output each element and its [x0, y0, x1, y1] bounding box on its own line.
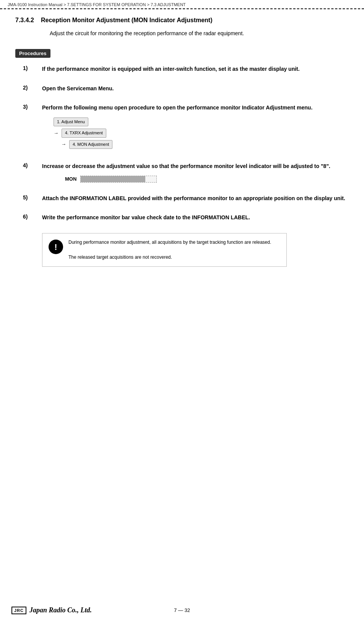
menu-chain: 1. Adjust Menu → 4. TXRX Adjustment → 4.…	[54, 117, 349, 149]
step-3-content: Perform the following menu open procedur…	[42, 103, 349, 151]
step-6-num: 6)	[23, 213, 42, 220]
section-description: Adjust the circuit for monitoring the re…	[50, 29, 349, 38]
step-2: 2) Open the Serviceman Menu.	[23, 84, 349, 93]
section-number: 7.3.4.2	[15, 17, 34, 23]
footer-logo: JRC Japan Radio Co., Ltd.	[11, 606, 92, 614]
menu-arrow-2: →	[61, 140, 66, 148]
procedures-badge: Procedures	[15, 49, 50, 58]
step-3-num: 3)	[23, 103, 42, 110]
step-2-num: 2)	[23, 84, 42, 91]
footer-logo-badge: JRC	[11, 607, 26, 614]
menu-row-3: → 4. MON Adjustment	[54, 140, 349, 149]
warning-text: During performance monitor adjustment, a…	[68, 239, 271, 261]
warning-line-1: During performance monitor adjustment, a…	[68, 239, 271, 246]
footer: JRC Japan Radio Co., Ltd. 7 — 32	[0, 607, 364, 613]
step-5-content: Attach the INFORMATION LABEL provided wi…	[42, 194, 349, 202]
step-1-content: If the performance monitor is equipped w…	[42, 65, 349, 73]
menu-btn-2: 4. TXRX Adjustment	[62, 129, 106, 138]
breadcrumb: JMA-9100 Instruction Manual > 7.SETTINGS…	[0, 0, 364, 9]
warning-box: ! During performance monitor adjustment,…	[42, 233, 287, 267]
step-5: 5) Attach the INFORMATION LABEL provided…	[23, 194, 349, 202]
mon-indicator: MON	[65, 175, 349, 183]
warning-icon: !	[49, 240, 63, 254]
step-5-num: 5)	[23, 194, 42, 201]
menu-btn-1: 1. Adjust Menu	[54, 117, 88, 127]
mon-bar-inner	[81, 176, 145, 182]
menu-row-1: 1. Adjust Menu	[54, 117, 349, 127]
step-3: 3) Perform the following menu open proce…	[23, 103, 349, 151]
step-1: 1) If the performance monitor is equippe…	[23, 65, 349, 73]
step-4: 4) Increase or decrease the adjustment v…	[23, 162, 349, 183]
menu-arrow-1: →	[54, 129, 58, 137]
steps-container: 1) If the performance monitor is equippe…	[23, 65, 349, 266]
mon-bar-outer	[80, 176, 157, 183]
section-title: 7.3.4.2Reception Monitor Adjustment (MON…	[15, 17, 349, 24]
footer-page-number: 7 — 32	[174, 607, 190, 613]
step-2-content: Open the Serviceman Menu.	[42, 84, 349, 93]
mon-label: MON	[65, 175, 76, 183]
step-4-content: Increase or decrease the adjustment valu…	[42, 162, 349, 183]
footer-logo-text: Japan Radio Co., Ltd.	[29, 606, 92, 614]
menu-row-2: → 4. TXRX Adjustment	[54, 129, 349, 138]
step-6: 6) Write the performance monitor bar val…	[23, 213, 349, 267]
menu-btn-3: 4. MON Adjustment	[69, 140, 112, 149]
warning-line-2: The released target acquisitions are not…	[68, 254, 271, 261]
step-1-num: 1)	[23, 65, 42, 71]
step-6-content: Write the performance monitor bar value …	[42, 213, 349, 267]
step-4-num: 4)	[23, 162, 42, 168]
section-heading: Reception Monitor Adjustment (MON Indica…	[41, 17, 213, 23]
